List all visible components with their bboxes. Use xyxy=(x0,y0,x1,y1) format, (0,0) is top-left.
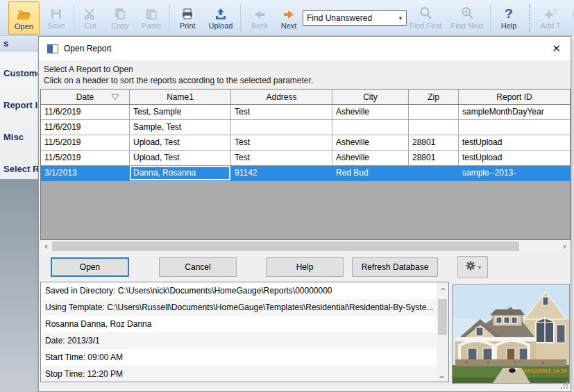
table-cell[interactable]: 28801 xyxy=(409,135,459,150)
table-cell[interactable] xyxy=(231,120,332,135)
table-cell[interactable]: Asheville xyxy=(332,135,409,150)
table-cell[interactable]: Danna, Rosanna xyxy=(130,166,231,180)
table-cell[interactable]: 11/6/2019 xyxy=(41,120,130,135)
main-toolbar: Open Save Cut Copy Paste Print Upload xyxy=(0,0,574,36)
table-cell[interactable]: Sample, Test xyxy=(130,120,231,135)
column-header-address[interactable]: Address xyxy=(231,90,332,104)
report-details-panel: Saved in Directory: C:\Users\nick\Docume… xyxy=(40,282,449,382)
print-toolbar-button[interactable]: Print xyxy=(172,1,203,35)
gear-icon xyxy=(464,259,477,275)
scroll-left-icon[interactable]: ‹ xyxy=(40,240,52,253)
chevron-down-icon: ▾ xyxy=(478,264,481,271)
sidebar-item-customer[interactable]: Custome xyxy=(3,68,38,78)
sidebar-item-report-info[interactable]: Report In xyxy=(3,100,38,110)
detail-row: Saved in Directory: C:\Users\nick\Docume… xyxy=(41,282,437,299)
find-unanswered-dropdown[interactable]: Find Unanswered ▾ xyxy=(303,10,407,26)
table-cell[interactable]: 11/5/2019 xyxy=(41,135,130,150)
table-cell[interactable]: 3/1/2013 xyxy=(41,166,130,180)
table-cell[interactable]: Upload, Test xyxy=(130,135,231,150)
table-cell[interactable] xyxy=(409,120,459,135)
scroll-up-icon[interactable]: › xyxy=(437,282,448,293)
sidebar-item-clipped[interactable]: s xyxy=(3,38,38,49)
toolbar-separator xyxy=(490,4,491,32)
table-cell[interactable]: Test xyxy=(231,135,332,150)
open-button[interactable]: Open xyxy=(51,257,129,277)
table-row[interactable]: 11/5/2019Upload, TestTestAsheville28801t… xyxy=(41,151,570,166)
table-cell[interactable]: 91142 xyxy=(231,166,332,180)
save-floppy-icon xyxy=(49,1,63,21)
table-cell[interactable]: Test, Sample xyxy=(130,105,231,119)
table-cell[interactable]: Test xyxy=(231,105,332,119)
back-toolbar-button: Back xyxy=(244,1,275,35)
next-arrow-icon xyxy=(282,1,296,21)
column-header-zip[interactable]: Zip xyxy=(409,90,459,104)
next-toolbar-button[interactable]: Next xyxy=(275,1,303,35)
find-first-toolbar-button: Find First xyxy=(407,1,444,35)
vertical-scrollbar[interactable]: › › xyxy=(437,282,448,382)
help-toolbar-button[interactable]: ? Help xyxy=(494,1,523,35)
instruction-line-1: Select A Report to Open xyxy=(44,64,571,75)
help-question-icon: ? xyxy=(505,7,513,21)
printer-icon xyxy=(180,1,194,21)
column-header-report-id[interactable]: Report ID xyxy=(459,90,570,104)
close-icon[interactable]: ✕ xyxy=(552,42,561,55)
table-cell[interactable]: sample--2013- xyxy=(459,166,570,180)
upload-toolbar-button[interactable]: Upload xyxy=(204,1,237,35)
table-cell[interactable]: sampleMonthDayYear xyxy=(459,105,570,119)
toolbar-separator xyxy=(74,4,74,32)
settings-menu-button[interactable]: ▾ xyxy=(457,256,488,278)
copy-toolbar-button: Copy xyxy=(105,1,135,35)
detail-row: Rosanna Danna, Roz Danna xyxy=(41,316,437,332)
column-header-date[interactable]: Date xyxy=(41,90,130,104)
help-button[interactable]: Help xyxy=(266,257,344,277)
add-plus-icon: T xyxy=(543,1,559,21)
scissors-icon xyxy=(83,1,97,21)
table-cell[interactable]: testUpload xyxy=(459,151,570,165)
table-cell[interactable] xyxy=(409,166,459,180)
search-plus-icon xyxy=(459,1,475,21)
upload-arrow-icon xyxy=(214,1,228,21)
clipped-toolbar-button: E xyxy=(568,1,574,35)
table-row[interactable]: 3/1/2013Danna, Rosanna91142Red Budsample… xyxy=(41,166,570,181)
reports-table: DateName1AddressCityZipReport ID 11/6/20… xyxy=(40,89,571,240)
table-body: 11/6/2019Test, SampleTestAshevillesample… xyxy=(41,105,570,181)
sidebar-item-misc[interactable]: Misc xyxy=(3,132,38,142)
table-cell[interactable] xyxy=(459,120,570,135)
cancel-button[interactable]: Cancel xyxy=(159,257,237,277)
table-cell[interactable]: Upload, Test xyxy=(130,151,231,165)
table-row[interactable]: 11/6/2019Test, SampleTestAshevillesample… xyxy=(41,105,570,120)
column-header-name1[interactable]: Name1 xyxy=(130,90,231,104)
open-toolbar-button[interactable]: Open xyxy=(8,1,40,35)
dropdown-value: Find Unanswered xyxy=(303,13,395,23)
toolbar-separator xyxy=(169,4,170,32)
table-cell[interactable]: Asheville xyxy=(332,105,409,119)
dialog-title: Open Report xyxy=(64,44,112,53)
scroll-right-icon[interactable]: › xyxy=(559,240,571,253)
table-cell[interactable]: 28801 xyxy=(409,151,459,165)
vertical-scroll-thumb[interactable] xyxy=(438,299,447,335)
toolbar-separator-dotted xyxy=(529,4,530,32)
table-cell[interactable] xyxy=(409,105,459,119)
table-row[interactable]: 11/5/2019Upload, TestTestAsheville28801t… xyxy=(41,135,570,151)
table-cell[interactable]: 11/5/2019 xyxy=(41,151,130,165)
table-cell[interactable]: testUpload xyxy=(459,135,570,150)
table-cell[interactable] xyxy=(332,120,409,135)
chevron-down-icon: ▾ xyxy=(395,15,406,22)
table-cell[interactable]: Red Bud xyxy=(332,166,409,180)
table-row[interactable]: 11/6/2019Sample, Test xyxy=(41,120,570,135)
table-cell[interactable]: Asheville xyxy=(332,151,409,165)
horizontal-scrollbar[interactable]: ‹ › xyxy=(40,240,571,253)
table-cell[interactable]: 11/6/2019 xyxy=(41,105,130,119)
scroll-down-icon[interactable]: › xyxy=(437,370,448,382)
resize-grip[interactable] xyxy=(559,380,568,389)
dialog-titlebar[interactable]: Open Report ✕ xyxy=(39,37,571,60)
report-details-list: Saved in Directory: C:\Users\nick\Docume… xyxy=(41,282,437,382)
detail-row: Start Time: 09:00 AM xyxy=(41,349,437,366)
refresh-database-button[interactable]: Refresh Database xyxy=(352,257,438,277)
column-header-city[interactable]: City xyxy=(332,90,409,104)
table-cell[interactable]: Test xyxy=(231,151,332,165)
sidebar-item-select-report[interactable]: Select R xyxy=(3,164,38,174)
find-next-toolbar-button: Find Next xyxy=(447,1,487,35)
horizontal-scroll-thumb[interactable] xyxy=(52,241,519,251)
table-header-row: DateName1AddressCityZipReport ID xyxy=(41,90,570,105)
